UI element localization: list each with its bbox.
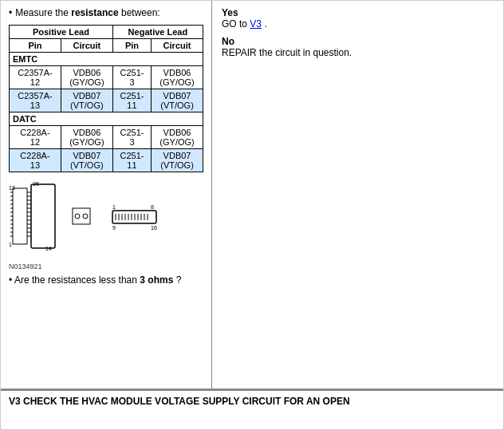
svg-rect-25 bbox=[31, 184, 55, 248]
circuit1-datc2: VDB07(VT/OG) bbox=[61, 149, 112, 172]
diagram-label: N0134921 bbox=[9, 262, 203, 270]
pin2-emtc2: C251-11 bbox=[112, 89, 151, 112]
bottom-section: V3 CHECK THE HVAC MODULE VOLTAGE SUPPLY … bbox=[1, 389, 503, 429]
svg-rect-0 bbox=[13, 188, 27, 244]
positive-lead-header: Positive Lead bbox=[10, 26, 113, 39]
v3-link[interactable]: V3 bbox=[250, 18, 262, 30]
col-pin1: Pin bbox=[10, 39, 61, 53]
svg-text:26: 26 bbox=[33, 181, 39, 187]
svg-text:1: 1 bbox=[9, 242, 12, 247]
measure-end: between: bbox=[121, 7, 160, 18]
circuit1-datc1: VDB06(GY/OG) bbox=[61, 126, 112, 149]
section-emtc-label: EMTC bbox=[10, 53, 203, 66]
repair-text: REPAIR the circuit in question. bbox=[222, 47, 494, 58]
pin1-datc2: C228A-13 bbox=[10, 149, 61, 172]
yes-label: Yes bbox=[222, 7, 494, 18]
svg-text:1: 1 bbox=[112, 204, 116, 210]
yes-block: Yes GO to V3 . bbox=[222, 7, 494, 30]
bullet: • bbox=[9, 7, 12, 18]
question-prefix: Are the resistances less than bbox=[14, 274, 137, 286]
section-emtc: EMTC bbox=[10, 53, 203, 66]
svg-text:14: 14 bbox=[45, 246, 52, 251]
diagram-area: 13 26 1 14 bbox=[9, 180, 203, 268]
svg-text:13: 13 bbox=[9, 185, 15, 191]
content-row: • Measure the resistance between: Positi… bbox=[1, 1, 503, 389]
main-container: • Measure the resistance between: Positi… bbox=[0, 0, 504, 430]
circuit1-emtc2: VDB07(VT/OG) bbox=[61, 89, 112, 112]
measure-text: Measure the resistance between: bbox=[15, 7, 159, 18]
section-datc: DATC bbox=[10, 112, 203, 126]
measure-intro: Measure the bbox=[15, 7, 69, 18]
table-row: C2357A-12 VDB06(GY/OG) C251-3 VDB06(GY/O… bbox=[10, 66, 203, 89]
left-panel: • Measure the resistance between: Positi… bbox=[1, 1, 212, 389]
circuit2-datc1: VDB06(GY/OG) bbox=[152, 126, 203, 149]
circuit2-emtc2: VDB07(VT/OG) bbox=[152, 89, 203, 112]
section-datc-label: DATC bbox=[10, 112, 203, 126]
negative-lead-header: Negative Lead bbox=[112, 26, 203, 39]
table-row: C228A-12 VDB06(GY/OG) C251-3 VDB06(GY/OG… bbox=[10, 126, 203, 149]
question-bold: 3 ohms bbox=[140, 274, 173, 286]
pin2-emtc1: C251-3 bbox=[112, 66, 151, 89]
connector-diagram: 13 26 1 14 bbox=[9, 180, 184, 260]
svg-text:8: 8 bbox=[151, 204, 154, 210]
question-suffix: ? bbox=[176, 274, 182, 286]
svg-point-32 bbox=[83, 214, 88, 219]
go-to-text: GO to bbox=[222, 18, 247, 30]
pin2-datc1: C251-3 bbox=[112, 126, 151, 149]
svg-text:9: 9 bbox=[112, 225, 116, 231]
svg-text:16: 16 bbox=[151, 225, 157, 231]
check-question: • Are the resistances less than 3 ohms ? bbox=[9, 274, 203, 286]
bullet-question: • bbox=[9, 274, 14, 286]
col-circuit1: Circuit bbox=[61, 39, 112, 53]
pin1-emtc1: C2357A-12 bbox=[10, 66, 61, 89]
resistance-table: Positive Lead Negative Lead Pin Circuit … bbox=[9, 25, 203, 172]
no-label: No bbox=[222, 36, 494, 47]
pin1-emtc2: C2357A-13 bbox=[10, 89, 61, 112]
circuit2-datc2: VDB07(VT/OG) bbox=[152, 149, 203, 172]
pin1-datc1: C228A-12 bbox=[10, 126, 61, 149]
table-row: C2357A-13 VDB07(VT/OG) C251-11 VDB07(VT/… bbox=[10, 89, 203, 112]
pin2-datc2: C251-11 bbox=[112, 149, 151, 172]
circuit1-emtc1: VDB06(GY/OG) bbox=[61, 66, 112, 89]
yes-period: . bbox=[264, 18, 266, 30]
yes-action-text: GO to V3 . bbox=[222, 18, 494, 30]
col-circuit2: Circuit bbox=[152, 39, 203, 53]
right-panel: Yes GO to V3 . No REPAIR the circuit in … bbox=[212, 1, 503, 389]
table-row: C228A-13 VDB07(VT/OG) C251-11 VDB07(VT/O… bbox=[10, 149, 203, 172]
measure-instruction: • Measure the resistance between: bbox=[9, 7, 203, 18]
bottom-title: V3 CHECK THE HVAC MODULE VOLTAGE SUPPLY … bbox=[9, 396, 350, 407]
no-block: No REPAIR the circuit in question. bbox=[222, 36, 494, 58]
col-pin2: Pin bbox=[112, 39, 151, 53]
circuit2-emtc1: VDB06(GY/OG) bbox=[152, 66, 203, 89]
svg-point-31 bbox=[75, 214, 80, 219]
measure-bold: resistance bbox=[71, 7, 118, 18]
